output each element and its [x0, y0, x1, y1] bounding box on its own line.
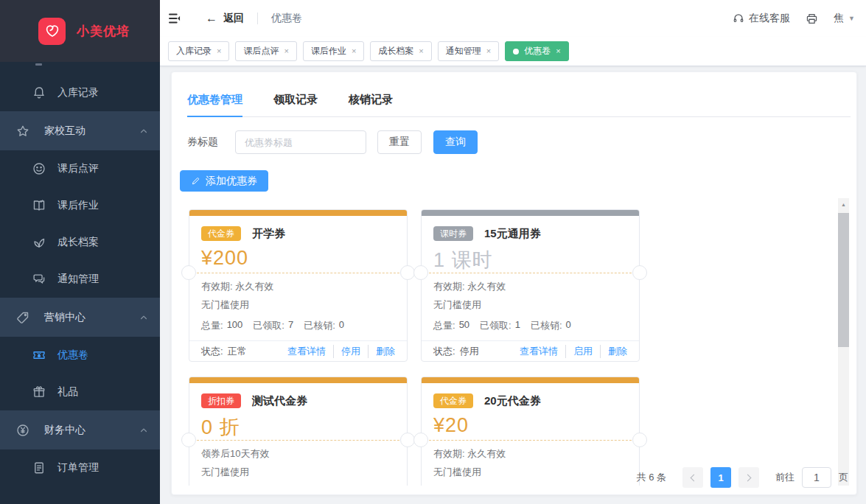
breadcrumb-title: 优惠卷: [271, 12, 302, 25]
close-icon[interactable]: ×: [284, 47, 288, 55]
coupon-perforation-line: [422, 440, 639, 441]
back-button[interactable]: ← 返回: [206, 12, 244, 25]
chevron-right-icon: [744, 474, 752, 481]
gift-icon: [32, 385, 46, 399]
sidebar-item[interactable]: 礼品: [0, 374, 160, 410]
sidebar-item[interactable]: 家校互动: [0, 111, 160, 150]
coupon-card: 代金券 开学券 ¥200 有效期: 永久有效无门槛使用 总量:100已领取:7已…: [189, 209, 408, 362]
tab[interactable]: 领取记录: [273, 93, 318, 116]
close-icon[interactable]: ×: [419, 47, 423, 55]
sidebar-item[interactable]: 入库记录: [0, 74, 160, 111]
coupon-action[interactable]: 启用: [565, 345, 593, 358]
order-icon: [32, 461, 46, 475]
goto-page-label: 前往: [775, 471, 795, 484]
coupon-action[interactable]: 删除: [600, 345, 627, 358]
print-icon[interactable]: [806, 13, 818, 25]
close-icon[interactable]: ×: [217, 47, 221, 55]
sidebar-item-label: 营销中心: [44, 311, 85, 324]
coupon-card-bar: [422, 377, 639, 383]
coupon-title-input[interactable]: [235, 130, 366, 154]
coupon-action[interactable]: 查看详情: [520, 345, 558, 358]
leaf-icon: [32, 236, 46, 249]
sidebar-item[interactable]: 优惠卷: [0, 337, 160, 374]
view-tag[interactable]: 通知管理 ×: [438, 41, 499, 61]
coupon-value: ¥200: [201, 247, 248, 270]
bell-icon: [32, 86, 46, 99]
sidebar-item[interactable]: 订单管理: [0, 449, 160, 486]
coupon-card-bar: [189, 210, 407, 216]
view-tag[interactable]: 优惠卷 ×: [505, 41, 568, 61]
vertical-scrollbar[interactable]: ▲: [838, 198, 849, 486]
coupon-actions: 查看详情启用删除: [520, 345, 627, 358]
perforation-notch-left: [413, 265, 428, 280]
coupon-stat: 已领取:1: [480, 319, 520, 332]
perforation-notch-right: [632, 433, 647, 447]
tag-icon: [16, 311, 29, 324]
book-icon: [32, 199, 46, 212]
coupon-meta-line: 有效期: 永久有效: [433, 444, 506, 463]
sidebar-item[interactable]: 通知管理: [0, 261, 160, 298]
coupon-meta-lines: 领券后10天有效无门槛使用: [201, 444, 269, 481]
view-tag[interactable]: 入库记录 ×: [168, 41, 229, 61]
chevron-up-icon: [139, 313, 148, 322]
view-tag[interactable]: 课后点评 ×: [235, 41, 296, 61]
chat-icon: [32, 273, 46, 286]
sidebar-item-label: 成长档案: [57, 236, 99, 249]
add-coupon-button[interactable]: 添加优惠券: [180, 170, 268, 192]
prev-page-button[interactable]: [682, 467, 703, 488]
coupon-meta-line: 无门槛使用: [201, 463, 269, 481]
coupon-meta-line: 领券后10天有效: [201, 444, 269, 463]
close-icon[interactable]: ×: [352, 47, 356, 55]
search-button[interactable]: 查询: [433, 130, 478, 154]
sidebar-item-label: 课后作业: [57, 199, 99, 212]
sidebar-item[interactable]: 成长档案: [0, 224, 160, 261]
sidebar-item-label: 订单管理: [57, 461, 99, 475]
coupon-action[interactable]: 查看详情: [287, 345, 326, 358]
scrollbar-thumb[interactable]: [838, 213, 849, 347]
pagination-total: 共 6 条: [637, 471, 666, 484]
sidebar-item[interactable]: 课后点评: [0, 150, 160, 187]
status-value: 正常: [228, 345, 247, 358]
coupon-value: 1 课时: [433, 247, 493, 273]
sidebar-item-label: 家校互动: [44, 125, 85, 138]
app-logo[interactable]: 小美优培: [0, 0, 160, 62]
view-tag-label: 入库记录: [176, 45, 212, 57]
back-label: 返回: [223, 12, 244, 25]
close-icon[interactable]: ×: [486, 47, 491, 55]
user-menu[interactable]: 焦 ▼: [834, 12, 855, 25]
status-label: 状态:: [433, 345, 455, 358]
sidebar-item[interactable]: 营销中心: [0, 298, 160, 337]
status-label: 状态:: [201, 345, 223, 358]
coupon-meta-line: 无门槛使用: [433, 463, 506, 481]
close-icon[interactable]: ×: [556, 47, 560, 55]
next-page-button[interactable]: [738, 467, 759, 488]
coupon-meta-lines: 有效期: 永久有效无门槛使用: [201, 277, 273, 314]
tags-bar: 入库记录 × 课后点评 × 课后作业 × 成长档案 × 通知管理 × 优惠卷 ×: [160, 37, 866, 66]
online-service-button[interactable]: 在线客服: [733, 12, 790, 25]
coupon-meta-line: 无门槛使用: [433, 295, 506, 314]
sidebar-item[interactable]: 课后作业: [0, 187, 160, 224]
coupon-action[interactable]: 停用: [333, 345, 360, 358]
navbar-right: 在线客服 焦 ▼: [733, 12, 855, 25]
tab[interactable]: 优惠卷管理: [187, 93, 242, 116]
goto-page-input[interactable]: [802, 467, 831, 488]
coupon-meta-line: 无门槛使用: [201, 295, 273, 314]
tab[interactable]: 核销记录: [349, 93, 393, 116]
view-tag-label: 课后作业: [311, 45, 346, 57]
view-tag[interactable]: 成长档案 ×: [370, 41, 431, 61]
chevron-up-icon: [139, 426, 148, 435]
coupon-perforation-line: [422, 273, 639, 273]
view-tag[interactable]: 课后作业 ×: [303, 41, 364, 61]
collapse-menu-icon[interactable]: [168, 12, 181, 25]
reset-button[interactable]: 重置: [377, 130, 422, 154]
coupon-action[interactable]: 删除: [368, 345, 395, 358]
perforation-notch-right: [632, 265, 647, 280]
scroll-up-arrow-icon[interactable]: ▲: [838, 198, 849, 210]
page-number-button[interactable]: 1: [710, 467, 731, 488]
active-dot: [513, 49, 519, 55]
sidebar-item[interactable]: 财务中心: [0, 410, 160, 449]
sidebar-item-label: 通知管理: [57, 273, 99, 286]
status-value: 停用: [460, 345, 479, 358]
coupon-card: 课时券 15元通用券 1 课时 有效期: 永久有效无门槛使用 总量:50已领取:…: [421, 209, 640, 362]
coupon-card: 代金券 20元代金券 ¥20 有效期: 永久有效无门槛使用: [421, 377, 640, 486]
